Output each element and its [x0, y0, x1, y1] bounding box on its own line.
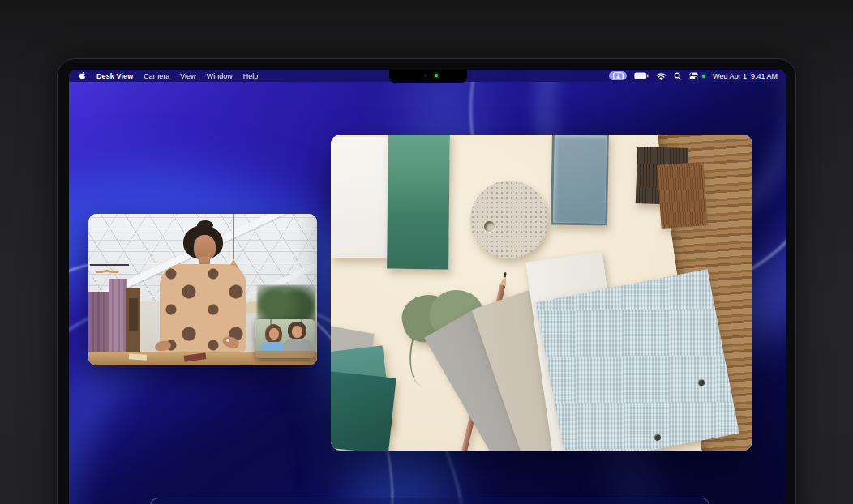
- search-icon[interactable]: [674, 72, 682, 80]
- felt-disc: [470, 181, 548, 258]
- macbook-screen: Desk View Camera View Window Help: [69, 70, 786, 504]
- bottom-window-edge[interactable]: [150, 498, 709, 504]
- desk-view-window[interactable]: [331, 135, 752, 451]
- call-pip-thumbnail[interactable]: [255, 319, 315, 358]
- menu-camera[interactable]: Camera: [144, 72, 169, 80]
- menu-help[interactable]: Help: [243, 72, 259, 80]
- display-notch: [389, 70, 467, 83]
- participant-woman-face: [269, 328, 279, 340]
- control-center-icon[interactable]: [689, 72, 698, 79]
- menu-bar-clock[interactable]: Wed Apr 1 9:41 AM: [713, 72, 778, 80]
- wifi-icon[interactable]: [656, 72, 667, 80]
- macbook-display: Desk View Camera View Window Help: [57, 58, 796, 504]
- presenter-hair-bun: [197, 220, 213, 230]
- camera-led-icon: [435, 74, 438, 77]
- active-app-menu[interactable]: Desk View: [96, 72, 133, 80]
- fabric-snap-button: [654, 434, 661, 441]
- pendant-lamp-cord: [233, 214, 234, 259]
- wood-hanger: [106, 265, 120, 273]
- camera-active-dot: [702, 75, 705, 78]
- desk-view-active-pill-icon[interactable]: [609, 71, 627, 80]
- facetime-call-window[interactable]: [88, 214, 317, 365]
- pip-desk: [255, 351, 315, 358]
- felt-disc-hole: [484, 221, 495, 232]
- menu-window[interactable]: Window: [207, 72, 233, 80]
- fabric-swatch-blue: [535, 269, 739, 451]
- menu-view[interactable]: View: [180, 72, 195, 80]
- dark-teal-tile: [331, 371, 396, 451]
- apple-menu-icon[interactable]: [79, 71, 86, 80]
- green-tile: [387, 135, 450, 269]
- silver-ring: [226, 339, 229, 342]
- facetime-camera-icon: [424, 74, 427, 77]
- desk-swatch-cream: [129, 353, 147, 361]
- battery-icon[interactable]: [634, 72, 649, 79]
- fabric-snap-button: [697, 379, 705, 387]
- page-background: Desk View Camera View Window Help: [0, 0, 853, 504]
- clock-time: 9:41 AM: [751, 72, 778, 80]
- clock-date: Wed Apr 1: [713, 72, 747, 80]
- participant-man-face: [292, 326, 302, 338]
- cabinet-panel: [129, 298, 138, 331]
- blue-gray-tile: [551, 135, 609, 226]
- oak-wood-sample: [657, 162, 707, 229]
- white-tile: [331, 137, 388, 258]
